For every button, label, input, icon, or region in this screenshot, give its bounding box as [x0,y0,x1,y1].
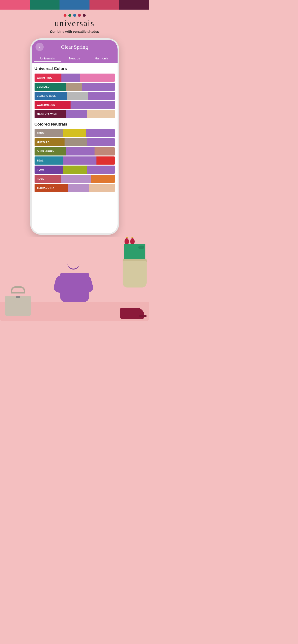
color-seg-mw-2 [87,110,114,118]
tab-harmonia[interactable]: Harmonia [88,54,115,63]
shoe-toe [139,315,146,317]
color-seg-og-2 [95,147,115,156]
color-row-olive-green[interactable]: OLIVE GREEN [35,147,115,156]
banner-seg-2 [30,0,60,10]
color-label-emerald: EMERALD [35,83,66,91]
color-row-teal[interactable]: TEAL [35,156,115,164]
color-seg-tc-1 [68,184,89,192]
top-body [60,273,89,302]
banner-seg-5 [119,0,149,10]
dot-5 [83,14,86,17]
color-seg-fd-2 [86,129,115,137]
color-seg-pl-1 [63,166,87,174]
color-seg-og-1 [66,147,95,156]
back-button[interactable]: ‹ [36,43,44,51]
color-seg-ro-1 [61,175,91,183]
color-seg-wm-1 [71,101,115,109]
app-logo: universais [0,18,149,28]
phone-content: Universal Colors WARM PINK EMERALD CLASS… [32,63,117,198]
color-seg-wp-2 [80,74,114,82]
color-seg-mw-1 [66,110,88,118]
color-label-plum: PLUM [35,166,63,174]
tab-universais[interactable]: Universais [34,54,61,63]
bag-body [5,296,31,316]
section-colored-neutrals: Colored Neutrals [35,122,115,127]
screen-title: Clear Spring [61,44,88,50]
bag-decoration [3,285,34,316]
app-subtitle: Combine with versatile shades [0,30,149,34]
color-seg-tl-2 [96,156,115,164]
color-row-fendi[interactable]: FENDI [35,129,115,137]
phone-mockup: ‹ Clear Spring Universais Neutros Harmon… [0,38,149,237]
phone-frame: ‹ Clear Spring Universais Neutros Harmon… [30,38,119,235]
color-seg-cb-1 [67,92,88,100]
color-seg-em-1 [66,83,82,91]
color-seg-mu-1 [65,138,87,146]
color-row-classic-blue[interactable]: CLASSIC BLUE [35,92,115,100]
color-row-watermelon[interactable]: WATERMELON [35,101,115,109]
dot-2 [68,14,71,17]
color-row-rose[interactable]: ROSE [35,175,115,183]
bag-handle [11,286,25,294]
color-row-mustard[interactable]: MUSTARD [35,138,115,146]
color-label-magenta-wine: MAGENTA WINE [35,110,66,118]
color-seg-wp-1 [61,74,80,82]
color-label-warm-pink: WARM PINK [35,74,61,82]
banner-seg-3 [60,0,89,10]
color-label-olive-green: OLIVE GREEN [35,147,66,156]
dot-3 [73,14,76,17]
color-row-emerald[interactable]: EMERALD [35,83,115,91]
purple-top-decoration [59,264,90,302]
phone-header: ‹ Clear Spring [32,40,117,54]
color-seg-cb-2 [88,92,114,100]
shorts-body [123,261,146,288]
color-seg-mu-2 [87,138,114,146]
color-row-terracotta[interactable]: TERRACOTTA [35,184,115,192]
top-neckline [67,264,79,270]
dot-1 [64,14,66,17]
color-label-watermelon: WATERMELON [35,101,71,109]
color-label-teal: TEAL [35,156,63,164]
color-label-terracotta: TERRACOTTA [35,184,68,192]
banner-seg-4 [89,0,119,10]
beige-shorts-decoration [123,256,149,292]
logo-dots [0,14,149,17]
color-seg-tl-1 [63,156,96,164]
color-row-magenta-wine[interactable]: MAGENTA WINE [35,110,115,118]
color-seg-em-2 [82,83,115,91]
red-shoes-decoration [120,302,146,319]
section-universal-colors: Universal Colors [35,66,115,71]
color-seg-fd-1 [63,129,86,137]
skirt-bow [138,246,144,249]
tab-bar: Universais Neutros Harmonia [32,54,117,63]
color-seg-tc-2 [89,184,115,192]
color-row-warm-pink[interactable]: WARM PINK [35,74,115,82]
color-label-mustard: MUSTARD [35,138,65,146]
dot-4 [78,14,81,17]
color-label-classic-blue: CLASSIC BLUE [35,92,67,100]
tab-neutros[interactable]: Neutros [61,54,88,63]
banner-seg-1 [0,0,30,10]
bag-clasp [16,296,20,298]
top-banner [0,0,149,10]
color-label-fendi: FENDI [35,129,63,137]
color-label-rose: ROSE [35,175,61,183]
color-seg-pl-2 [87,166,115,174]
color-seg-ro-2 [91,175,115,183]
bottom-decoration [0,237,149,321]
color-row-plum[interactable]: PLUM [35,166,115,174]
